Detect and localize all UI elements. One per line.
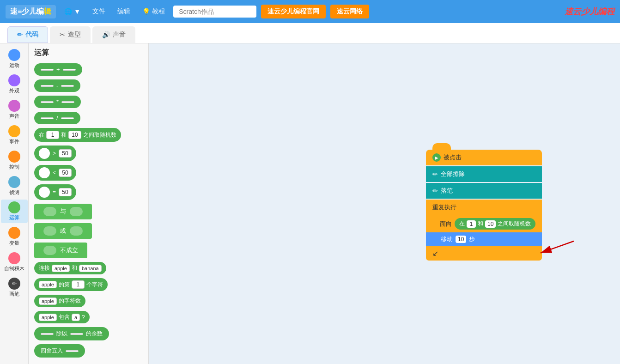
category-motion[interactable]: 运动 <box>1 47 28 71</box>
mul-input2[interactable] <box>61 101 74 103</box>
file-button[interactable]: 文件 <box>89 6 109 18</box>
category-sensing[interactable]: 侦测 <box>1 174 28 198</box>
globe-button[interactable]: 🌐 ▼ <box>61 6 84 17</box>
events-dot <box>8 125 20 137</box>
tutorial-button[interactable]: 💡 教程 <box>139 6 169 18</box>
block-and[interactable]: 与 <box>34 204 92 219</box>
random-input1[interactable]: 1 <box>46 131 59 139</box>
block-div[interactable]: / <box>34 112 80 124</box>
length-str[interactable]: apple <box>39 297 57 305</box>
tab-code-icon: ✏ <box>17 31 23 38</box>
tab-sound[interactable]: 🔊 声音 <box>92 26 135 43</box>
block-gt-row: > 50 <box>34 146 143 161</box>
mod-input2[interactable] <box>70 333 83 335</box>
top-navigation: 速≡少儿编辑 🌐 ▼ 文件 编辑 💡 教程 速云少儿编程官网 速云网络 速云少儿… <box>0 0 620 23</box>
block-lt-row: < 50 <box>34 165 143 181</box>
sub-input2[interactable] <box>61 85 74 87</box>
round-input[interactable] <box>66 350 79 352</box>
official-label: 速云少儿编程官网 <box>267 7 319 15</box>
category-pen[interactable]: ✏ 画笔 <box>1 276 28 299</box>
category-operators[interactable]: 运算 <box>1 200 28 223</box>
block-join[interactable]: 连接 apple 和 banana <box>34 262 106 274</box>
eq-input[interactable] <box>39 187 50 198</box>
block-letter-of[interactable]: apple 的第 1 个字符 <box>34 278 108 291</box>
join-val1[interactable]: apple <box>52 265 70 272</box>
eq-value[interactable]: 50 <box>59 188 72 196</box>
block-eq-row: = 50 <box>34 184 143 200</box>
block-join-row: 连接 apple 和 banana <box>34 262 143 274</box>
block-less-than[interactable]: < 50 <box>34 165 76 181</box>
loop-arrow-icon: ↙ <box>432 249 438 258</box>
join-val2[interactable]: banana <box>79 265 102 272</box>
tab-code[interactable]: ✏ 代码 <box>7 26 48 43</box>
category-variables[interactable]: 变量 <box>1 225 28 249</box>
block-or-row: 或 <box>34 223 143 239</box>
move-steps[interactable]: 10 <box>456 236 466 243</box>
repeat-block-header[interactable]: 重复执行 <box>426 200 542 215</box>
block-equals[interactable]: = 50 <box>34 184 76 200</box>
looks-dot <box>8 74 20 86</box>
lt-input[interactable] <box>39 167 50 178</box>
block-greater-than[interactable]: > 50 <box>34 146 76 161</box>
tab-costume[interactable]: ✂ 造型 <box>50 26 91 43</box>
hat-block[interactable]: ▶ 被点击 <box>426 150 542 165</box>
official-site-button[interactable]: 速云少儿编程官网 <box>261 5 326 18</box>
random-input2[interactable]: 10 <box>68 131 81 139</box>
sub-input1[interactable] <box>41 85 54 87</box>
tab-bar: ✏ 代码 ✂ 造型 🔊 声音 <box>0 23 620 43</box>
block-length[interactable]: apple 的字符数 <box>34 295 85 307</box>
face-direction-block[interactable]: 面向 在 1 和 10 之间取随机数 <box>433 215 542 232</box>
block-mod[interactable]: 除以 的余数 <box>34 327 109 340</box>
mul-input1[interactable] <box>41 101 54 103</box>
letter-index[interactable]: 1 <box>72 280 85 289</box>
add-input2[interactable] <box>63 69 76 71</box>
category-looks[interactable]: 外观 <box>1 73 28 96</box>
div-input1[interactable] <box>41 117 54 119</box>
block-random[interactable]: 在 1 和 10 之间取随机数 <box>34 128 121 142</box>
tab-costume-icon: ✂ <box>60 31 65 38</box>
letter-str[interactable]: apple <box>39 281 57 288</box>
network-label: 速云网络 <box>337 7 363 15</box>
category-control[interactable]: 控制 <box>1 149 28 172</box>
category-sound[interactable]: 声音 <box>1 98 28 121</box>
pendown-block[interactable]: ✏ 落笔 <box>426 183 542 199</box>
category-events[interactable]: 事件 <box>1 123 28 147</box>
lt-value[interactable]: 50 <box>59 169 72 177</box>
block-contains[interactable]: apple 包含 a ? <box>34 311 90 323</box>
loop-container: 重复执行 面向 在 1 和 10 之间取随机数 <box>426 200 542 261</box>
block-mul[interactable]: * <box>34 96 81 108</box>
add-input1[interactable] <box>41 69 54 71</box>
and-slot1 <box>43 207 56 216</box>
div-input2[interactable] <box>61 117 74 119</box>
block-round[interactable]: 四舍五入 <box>34 344 85 358</box>
random-num1[interactable]: 1 <box>467 220 476 228</box>
block-mul-row: * <box>34 96 143 108</box>
random-block-inline[interactable]: 在 1 和 10 之间取随机数 <box>455 218 535 230</box>
search-input[interactable] <box>173 6 256 18</box>
events-label: 事件 <box>9 138 19 145</box>
direction-label: 面向 <box>440 220 452 228</box>
block-or[interactable]: 或 <box>34 223 92 239</box>
operators-label: 运算 <box>9 214 19 221</box>
globe-icon: 🌐 <box>64 8 72 15</box>
erase-block[interactable]: ✏ 全部擦除 <box>426 166 542 182</box>
move-unit: 步 <box>469 235 475 243</box>
move-block[interactable]: 移动 10 步 <box>426 232 542 246</box>
block-not[interactable]: 不成立 <box>34 243 87 258</box>
gt-value[interactable]: 50 <box>59 149 72 158</box>
svg-line-1 <box>541 241 574 253</box>
contains-val[interactable]: a <box>72 314 80 321</box>
random-num2[interactable]: 10 <box>485 220 496 228</box>
block-add[interactable]: + <box>34 63 82 76</box>
category-myblocks[interactable]: 自制积木 <box>1 250 28 274</box>
move-label: 移动 <box>441 235 453 243</box>
gt-input[interactable] <box>39 148 50 159</box>
block-add-row: + <box>34 63 143 76</box>
mod-input1[interactable] <box>41 333 54 335</box>
block-sub[interactable]: - <box>34 79 80 92</box>
edit-button[interactable]: 编辑 <box>114 6 134 18</box>
canvas-area[interactable]: ▶ 被点击 ✏ 全部擦除 ✏ 落笔 重复执行 面 <box>149 43 620 364</box>
contains-str[interactable]: apple <box>39 314 57 321</box>
sound-label: 声音 <box>9 113 19 120</box>
network-button[interactable]: 速云网络 <box>330 5 369 18</box>
